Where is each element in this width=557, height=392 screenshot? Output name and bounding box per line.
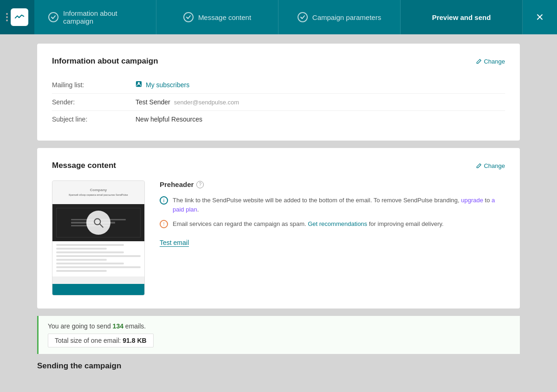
preheader-help-icon[interactable]: ? (196, 181, 204, 188)
svg-line-3 (100, 224, 103, 227)
email-preview-thumbnail[interactable]: Company Краткий обзор сервиса email расс… (52, 180, 145, 296)
wizard-steps: Information about campaign Message conte… (34, 0, 523, 34)
pencil-icon (476, 58, 482, 64)
recommendations-link[interactable]: Get recommendations (308, 220, 367, 227)
preview-subheading: Краткий обзор сервиса email рассылок Sen… (66, 193, 130, 197)
preview-body-lines (52, 241, 144, 276)
message-change-button[interactable]: Change (476, 162, 505, 169)
mailing-list-label: Mailing list: (52, 81, 136, 89)
svg-point-2 (94, 218, 100, 225)
app-logo-icon (11, 8, 28, 26)
step-preview-label: Preview and send (432, 13, 491, 21)
preview-dark-strip (52, 204, 144, 241)
step-check-info (48, 12, 58, 22)
notice-branding-text: The link to the SendPulse website will b… (173, 196, 505, 214)
message-section-header: Message content Change (52, 161, 505, 170)
step-check-content (183, 12, 194, 22)
info-change-label: Change (484, 58, 505, 65)
sender-name: Test Sender (136, 98, 170, 106)
subject-value: New helpful Resources (136, 116, 202, 123)
message-section-title: Message content (52, 161, 116, 170)
notice-spam-text: Email services can regard the campaign a… (173, 219, 444, 229)
info-circle-icon: i (160, 196, 168, 205)
step-content[interactable]: Message content (156, 0, 278, 34)
subject-label: Subject line: (52, 116, 136, 123)
svg-point-1 (138, 82, 140, 84)
info-section-card: Information about campaign Change Mailin… (37, 44, 520, 141)
pencil-icon-2 (476, 163, 482, 169)
preview-footer-strip (52, 284, 144, 295)
subject-row: Subject line: New helpful Resources (52, 111, 505, 128)
sending-section: Sending the campaign (37, 361, 520, 371)
stats-emails-text: You are going to send 134 emails. (48, 322, 511, 330)
info-section-title: Information about campaign (52, 57, 158, 66)
preview-inner: Company Краткий обзор сервиса email расс… (52, 181, 144, 295)
message-change-label: Change (484, 162, 505, 169)
stats-size-box: Total size of one email: 91.8 KB (48, 334, 154, 347)
step-check-parameters (298, 12, 308, 22)
drag-dots-icon (6, 13, 8, 21)
step-parameters-label: Campaign parameters (312, 13, 381, 21)
mailing-list-row: Mailing list: My subscribers (52, 76, 505, 94)
top-nav: Information about campaign Message conte… (0, 0, 557, 34)
step-parameters[interactable]: Campaign parameters (278, 0, 401, 34)
mailing-list-link[interactable]: My subscribers (146, 81, 189, 89)
step-info-label: Information about campaign (63, 9, 142, 25)
preview-company-text: Company (90, 188, 107, 192)
sender-row: Sender: Test Sender sender@sendpulse.com (52, 94, 505, 111)
notice-branding-row: i The link to the SendPulse website will… (160, 196, 505, 214)
message-body: Company Краткий обзор сервиса email расс… (52, 180, 505, 296)
main-content: Information about campaign Change Mailin… (0, 34, 557, 392)
contact-list-icon (136, 81, 142, 89)
notice-spam-row: ! Email services can regard the campaign… (160, 219, 505, 229)
magnify-icon (92, 217, 104, 229)
upgrade-link[interactable]: upgrade (461, 197, 483, 204)
test-email-link[interactable]: Test email (160, 239, 189, 247)
subject-text: New helpful Resources (136, 116, 202, 123)
preheader-row: Preheader ? (160, 180, 505, 188)
sender-email: sender@sendpulse.com (174, 99, 239, 106)
preheader-label: Preheader (160, 180, 194, 188)
stats-size-value: 91.8 KB (123, 337, 146, 344)
mailing-list-value: My subscribers (136, 81, 189, 89)
step-preview[interactable]: Preview and send (401, 0, 523, 34)
sending-title: Sending the campaign (37, 361, 520, 371)
message-right-panel: Preheader ? i The link to the SendPulse … (160, 180, 505, 296)
close-icon: × (536, 10, 544, 25)
stats-bar: You are going to send 134 emails. Total … (37, 316, 520, 354)
stats-count: 134 (113, 322, 123, 330)
sender-label: Sender: (52, 98, 136, 106)
close-button[interactable]: × (523, 0, 557, 34)
warning-circle-icon: ! (160, 220, 168, 228)
sender-value: Test Sender sender@sendpulse.com (136, 98, 239, 106)
search-circle (86, 211, 110, 235)
info-change-button[interactable]: Change (476, 58, 505, 65)
preview-top: Company Краткий обзор сервиса email расс… (52, 181, 144, 204)
info-section-header: Information about campaign Change (52, 57, 505, 66)
app-logo-area (0, 0, 34, 34)
message-section-card: Message content Change Company Краткий о… (37, 148, 520, 308)
step-content-label: Message content (198, 13, 251, 21)
step-info[interactable]: Information about campaign (34, 0, 156, 34)
preview-search-overlay (52, 204, 144, 241)
